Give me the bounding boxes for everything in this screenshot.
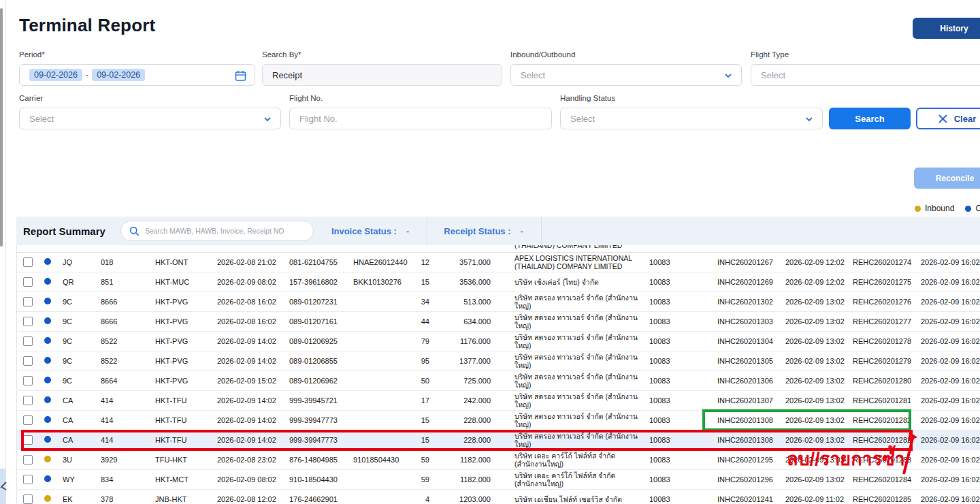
cell-flight: 851 [93, 278, 148, 286]
cell-invoice-date: 2026-02-09 13:02 [780, 337, 848, 345]
cell-invoice-no: INHC260201295 [717, 456, 780, 464]
calendar-icon[interactable] [235, 70, 246, 82]
report-summary-header: Report Summary Search MAWB, HAWB, Invoic… [16, 217, 980, 245]
cell-invoice-no: INHC260201308 [717, 416, 780, 424]
cell-invoice-date: 2026-02-09 13:02 [780, 357, 848, 365]
cell-datetime: 2026-02-09 14:02 [210, 337, 282, 345]
cell-receipt-no: REHC260201279 [848, 357, 913, 365]
row-checkbox[interactable] [23, 277, 33, 287]
search-button[interactable]: Search [829, 108, 911, 129]
carrier-select[interactable]: Select [19, 108, 281, 129]
outbound-dot-icon [44, 416, 51, 423]
search-by-field[interactable]: Receipt [262, 64, 502, 86]
row-checkbox[interactable] [23, 494, 33, 504]
legend-inbound-label: Inbound [925, 204, 954, 213]
cell-receipt-date: 2026-02-09 16:02 [913, 416, 980, 424]
cell-invoice-no: INHC260201304 [717, 337, 780, 345]
flight-no-input[interactable]: Flight No. [289, 108, 552, 129]
partial-company-text: (THAILAND) COMPANY LIMITED [514, 245, 622, 249]
table-row[interactable]: CA414HKT-TFU2026-02-09 14:02999-39945721… [17, 391, 980, 411]
annotation-arrow-icon [893, 429, 923, 478]
cell-weight: 3571.000 [432, 258, 492, 266]
outbound-dot-icon [44, 278, 51, 285]
row-checkbox[interactable] [23, 336, 33, 346]
row-checkbox[interactable] [23, 415, 33, 425]
cell-invoice-no: INHC260201241 [717, 495, 780, 503]
period-to-value[interactable]: 09-02-2026 [92, 69, 145, 81]
table-row[interactable]: 9C8522HKT-PVG2026-02-09 14:02089-0120685… [17, 351, 980, 371]
cell-flight: 3929 [93, 456, 148, 464]
cell-invoice-no: INHC260201306 [717, 377, 780, 385]
summary-search-input[interactable]: Search MAWB, HAWB, Invoice, Receipt NO [120, 221, 314, 241]
cell-weight: 1182.000 [432, 456, 492, 464]
cell-weight: 634.000 [432, 317, 492, 326]
row-checkbox[interactable] [23, 257, 33, 267]
cell-mawb: 999-39947773 [282, 436, 346, 444]
cell-carrier: 9C [55, 377, 93, 385]
cell-code: 10083 [642, 475, 717, 484]
cell-receipt-no: REHC260201281 [848, 396, 913, 405]
row-checkbox[interactable] [23, 475, 33, 484]
invoice-status-label: Invoice Status : [331, 226, 397, 236]
table-row[interactable]: CA414HKT-TFU2026-02-09 14:02999-39947773… [17, 411, 980, 430]
table-row[interactable]: 9C8666HKT-PVG2026-02-08 16:02089-0120723… [17, 292, 980, 312]
table-row[interactable]: EK378JNB-HKT2026-02-08 12:02176-24662901… [17, 490, 980, 504]
row-checkbox[interactable] [23, 455, 33, 464]
cell-code: 10083 [642, 357, 717, 365]
band-divider [541, 217, 542, 245]
cell-mawb: 089-01206962 [282, 377, 346, 385]
duplicate-annotation-text: ลบ//รายการซ้ำ [787, 444, 905, 473]
row-checkbox[interactable] [23, 297, 33, 306]
inbound-dot-icon [44, 495, 51, 502]
row-checkbox[interactable] [23, 376, 33, 385]
cell-mawb: 910-18504430 [282, 475, 346, 484]
table-row[interactable]: 9C8666HKT-PVG2026-02-08 16:02089-0120716… [17, 312, 980, 332]
cell-datetime: 2026-02-09 08:02 [210, 278, 282, 286]
carrier-value: Select [29, 114, 54, 124]
invoice-status-value: - [406, 226, 409, 236]
receipt-status-value: - [521, 226, 523, 236]
cell-invoice-date: 2026-02-09 12:02 [780, 258, 848, 266]
reconcile-button[interactable]: Reconcile [914, 168, 980, 189]
cell-route: HKT-TFU [148, 416, 210, 424]
inbound-outbound-select[interactable]: Select [510, 64, 742, 86]
cell-company: บริษัท สตรอง ทาวเวอร์ จำกัด (สำนักงานใหญ… [492, 373, 642, 389]
cell-receipt-date: 2026-02-09 16:02 [913, 495, 980, 503]
handling-status-select[interactable]: Select [560, 108, 823, 129]
cell-receipt-date: 2026-02-09 16:02 [913, 357, 980, 365]
inbound-outbound-value: Select [521, 70, 545, 80]
clear-button[interactable]: Clear [916, 108, 980, 129]
table-row[interactable]: QR851HKT-MUC2026-02-09 08:02157-39616802… [17, 272, 980, 292]
page-title: Terminal Report [19, 15, 155, 36]
direction-legend: Inbound Outbound [909, 204, 980, 213]
table-row[interactable]: 9C8664HKT-PVG2026-02-09 15:02089-0120696… [17, 371, 980, 391]
table-row[interactable]: JQ018HKT-ONT2026-02-08 21:02081-62104755… [17, 253, 980, 272]
cell-pieces: 50 [412, 377, 432, 385]
cell-company: บริษัท สตรอง ทาวเวอร์ จำกัด (สำนักงานใหญ… [492, 412, 642, 428]
page-scrollbar-thumb[interactable] [0, 8, 3, 247]
history-button[interactable]: History [913, 18, 980, 39]
row-checkbox[interactable] [23, 317, 33, 326]
clear-x-icon [938, 114, 948, 124]
row-checkbox[interactable] [23, 356, 33, 366]
cell-weight: 1377.000 [432, 357, 492, 365]
row-checkbox[interactable] [23, 396, 33, 405]
table-row[interactable]: 9C8522HKT-PVG2026-02-09 14:02089-0120692… [17, 332, 980, 351]
search-icon [129, 226, 140, 236]
period-field[interactable]: 09-02-2026 - 09-02-2026 [19, 64, 255, 86]
cell-route: HKT-PVG [148, 317, 210, 326]
cell-code: 10083 [642, 337, 717, 345]
flight-type-select[interactable]: Select [751, 64, 980, 86]
cell-mawb: 089-01206925 [282, 337, 346, 345]
cell-pieces: 15 [412, 436, 432, 444]
row-checkbox[interactable] [23, 435, 33, 445]
cell-mawb: 157-39616802 [282, 278, 346, 286]
carrier-label: Carrier [19, 94, 43, 102]
cell-weight: 513.000 [432, 298, 492, 306]
cell-invoice-date: 2026-02-09 11:02 [780, 495, 848, 503]
cell-receipt-no: REHC260201275 [848, 278, 913, 286]
period-from-value[interactable]: 09-02-2026 [29, 69, 82, 81]
cell-invoice-no: INHC260201307 [717, 396, 780, 405]
cell-weight: 725.000 [432, 377, 492, 385]
cell-hawb: BKK10130276 [346, 278, 412, 286]
